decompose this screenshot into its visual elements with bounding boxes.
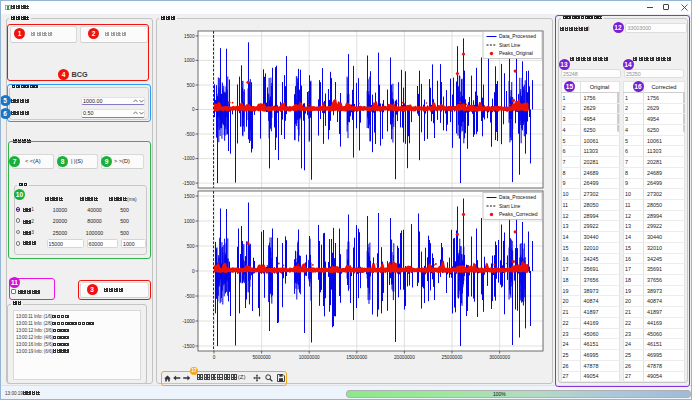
svg-text:25000000: 25000000 [442,355,463,360]
svg-text:0: 0 [213,355,216,360]
svg-text:1000: 1000 [184,58,195,63]
svg-text:1500: 1500 [184,34,195,39]
svg-text:0: 0 [192,269,195,274]
svg-text:-1000: -1000 [183,319,195,324]
svg-text:10000000: 10000000 [299,355,320,360]
svg-text:0: 0 [192,107,195,112]
svg-text:1500: 1500 [184,194,195,199]
svg-text:500: 500 [187,244,195,249]
svg-text:-500: -500 [185,132,195,137]
svg-text:5000000: 5000000 [252,355,271,360]
svg-text:500: 500 [187,83,195,88]
svg-text:-1500: -1500 [183,181,195,186]
svg-text:Start Line: Start Line [499,203,521,209]
svg-text:-1500: -1500 [183,344,195,349]
svg-text:-500: -500 [185,294,195,299]
svg-text:Data_Processed: Data_Processed [499,194,536,200]
svg-text:1000: 1000 [184,219,195,224]
svg-text:Peaks_Corrected: Peaks_Corrected [499,211,538,217]
svg-text:Start Line: Start Line [499,42,521,48]
svg-text:-1000: -1000 [183,156,195,161]
svg-text:Peaks_Original: Peaks_Original [499,50,533,56]
svg-text:15000000: 15000000 [346,355,367,360]
svg-text:30000000: 30000000 [489,355,510,360]
svg-text:Data_Processed: Data_Processed [499,33,536,39]
svg-text:20000000: 20000000 [394,355,415,360]
